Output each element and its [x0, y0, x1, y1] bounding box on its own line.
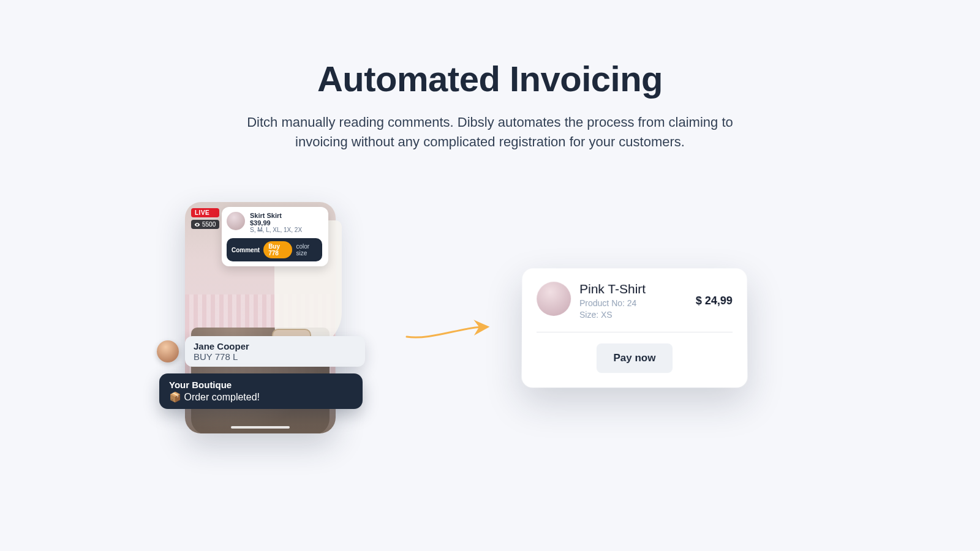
buy-code-pill: Buy 778 [263, 241, 292, 258]
viewer-count-badge: 5500 [191, 220, 219, 229]
reply-text: 📦 Order completed! [169, 391, 353, 403]
eye-icon [194, 222, 200, 228]
pay-now-button[interactable]: Pay now [596, 343, 673, 373]
boutique-reply: Your Boutique 📦 Order completed! [159, 373, 363, 409]
home-indicator [231, 426, 290, 429]
live-stream-mock: LIVE 5500 Skirt Skirt $39,99 S, M, L, XL… [185, 202, 336, 433]
page-title: Automated Invoicing [0, 58, 980, 99]
buy-command-bar: Comment Buy 778 color size [227, 238, 322, 261]
stream-product-price: $39,99 [250, 219, 302, 227]
invoice-product-title: Pink T-Shirt [579, 282, 687, 296]
buy-hint: color size [296, 243, 317, 257]
divider [537, 332, 733, 332]
invoice-price: $ 24,99 [696, 295, 733, 308]
invoice-product-size: Size: XS [579, 309, 687, 321]
stream-product-sizes: S, M, L, XL, 1X, 2X [250, 227, 302, 233]
invoice-card: Pink T-Shirt Product No: 24 Size: XS $ 2… [521, 268, 747, 388]
live-badge: LIVE [191, 208, 219, 217]
product-thumb [227, 212, 245, 230]
stream-product-title: Skirt Skirt [250, 212, 302, 219]
comment-label: Comment [232, 247, 260, 253]
viewer-count: 5500 [202, 221, 216, 228]
customer-comment: Jane Cooper BUY 778 L [157, 336, 365, 367]
stream-product-card: Skirt Skirt $39,99 S, M, L, XL, 1X, 2X C… [222, 207, 328, 266]
invoice-product-number: Product No: 24 [579, 298, 687, 309]
invoice-product-thumb [537, 282, 571, 316]
comment-text: BUY 778 L [194, 351, 356, 362]
avatar [157, 340, 179, 362]
boutique-name: Your Boutique [169, 380, 353, 390]
page-subtitle: Ditch manually reading comments. Dibsly … [224, 113, 756, 152]
commenter-name: Jane Cooper [194, 341, 356, 351]
arrow-icon [404, 318, 490, 343]
